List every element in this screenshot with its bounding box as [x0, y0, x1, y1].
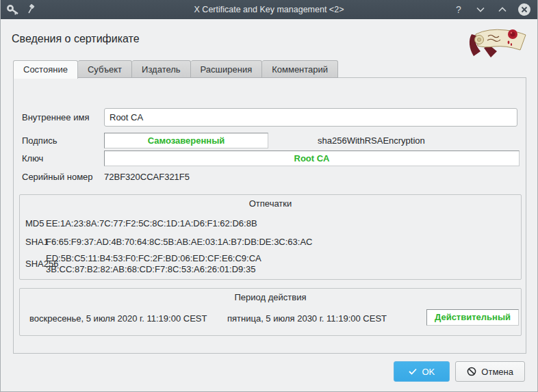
tab-bar: Состояние Субъект Издатель Расширения Ко… [13, 60, 338, 78]
tab-issuer[interactable]: Издатель [132, 60, 191, 78]
dialog-buttons: OK Отмена [394, 361, 525, 382]
fingerprints-group: Отпечатки MD5 EE:1A:23:8A:7C:77:F2:5C:8C… [19, 194, 522, 280]
valid-from-date: воскресенье, 5 июля 2020 г. 11:19:00 CES… [29, 313, 207, 324]
cancel-button[interactable]: Отмена [455, 361, 525, 382]
check-icon [409, 368, 417, 375]
tab-subject[interactable]: Субъект [78, 60, 132, 78]
sha256-value-line1: ED:5B:C5:11:B4:53:F0:FC:2F:BD:06:ED:CF:E… [46, 253, 261, 264]
sha256-value-line2: 3B:CC:87:B2:82:AB:68:CD:F7:8C:53:A6:26:0… [46, 264, 255, 275]
tab-extensions[interactable]: Расширения [191, 60, 263, 78]
sha1-value: F6:65:F9:37:AD:4B:70:64:8C:5B:AB:AE:03:1… [46, 237, 313, 248]
fingerprints-title: Отпечатки [20, 198, 521, 209]
xca-scroll-logo-icon [466, 26, 528, 59]
help-button[interactable]: ? [452, 3, 465, 16]
serial-label: Серийный номер [22, 172, 93, 182]
sha1-label: SHA1 [25, 237, 49, 247]
validity-title: Период действия [20, 292, 521, 302]
validity-group: Период действия воскресенье, 5 июля 2020… [19, 288, 522, 336]
validity-status-badge: Действительный [426, 309, 519, 326]
pin-icon[interactable] [27, 4, 36, 15]
close-button[interactable] [518, 3, 530, 16]
maximize-button[interactable] [496, 3, 509, 16]
ok-button-label: OK [422, 367, 435, 377]
key-badge: Root CA [104, 151, 520, 166]
serial-value: 72BF320CCAF321F5 [104, 172, 190, 182]
ok-button[interactable]: OK [394, 361, 450, 382]
valid-to-date: пятница, 5 июля 2030 г. 11:19:00 CEST [227, 313, 387, 324]
page-title: Сведения о сертификате [12, 33, 140, 45]
minimize-button[interactable] [474, 3, 487, 16]
tab-status[interactable]: Состояние [13, 60, 78, 79]
internal-name-label: Внутреннее имя [22, 112, 89, 122]
signature-label: Подпись [22, 135, 57, 146]
app-key-icon [6, 3, 20, 16]
status-tab-panel: Внутреннее имя Подпись Самозаверенный sh… [13, 77, 526, 354]
cancel-slash-icon [467, 367, 476, 376]
titlebar: X Certificate and Key management <2> ? [1, 0, 537, 19]
key-label: Ключ [22, 153, 43, 164]
md5-label: MD5 [25, 218, 44, 228]
signature-selfsigned-badge: Самозаверенный [104, 133, 268, 148]
md5-value: EE:1A:23:8A:7C:77:F2:5C:8C:1D:1A:D6:F1:6… [46, 218, 257, 229]
internal-name-input[interactable] [104, 108, 517, 127]
signature-algorithm: sha256WithRSAEncryption [318, 135, 425, 146]
tab-comment[interactable]: Комментарий [262, 60, 338, 78]
cancel-button-label: Отмена [481, 367, 513, 377]
